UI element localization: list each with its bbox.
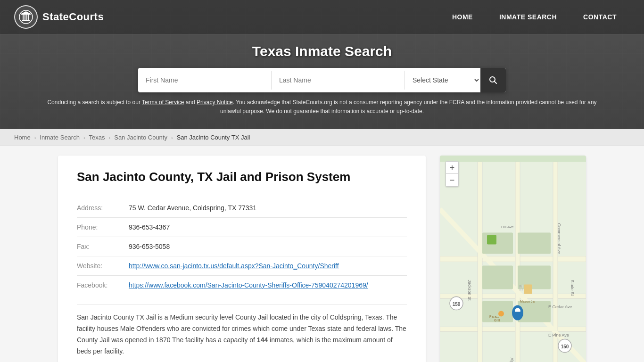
svg-rect-12: [440, 294, 586, 299]
hero-title: Texas Inmate Search: [252, 43, 392, 59]
zoom-in-button[interactable]: +: [446, 162, 458, 174]
breadcrumb-current: San Jacinto County TX Jail: [177, 134, 250, 141]
svg-text:E Cedar Ave: E Cedar Ave: [548, 304, 572, 309]
svg-line-9: [495, 82, 497, 84]
svg-text:Para...: Para...: [489, 315, 499, 318]
table-row: Address: 75 W. Cedar Avenue, Coldspring,…: [77, 198, 407, 218]
svg-rect-13: [440, 327, 586, 332]
value-phone: 936-653-4367: [129, 218, 407, 237]
table-row: Website: http://www.co.san-jacinto.tx.us…: [77, 256, 407, 276]
search-bar: Select StateAlabamaAlaskaArizonaArkansas…: [138, 68, 506, 92]
breadcrumb-sep-1: ›: [34, 135, 36, 140]
logo-icon: [14, 5, 38, 29]
breadcrumb-sep-4: ›: [171, 135, 173, 140]
svg-rect-5: [26, 15, 27, 20]
first-name-input[interactable]: [138, 70, 271, 90]
map-svg: 150 150 Commercial Ave E Cedar Ave E Pin…: [440, 156, 586, 362]
content-left: San Jacinto County, TX Jail and Prison S…: [58, 156, 426, 362]
breadcrumb-texas[interactable]: Texas: [89, 134, 105, 141]
value-facebook: https://www.facebook.com/San-Jacinto-Cou…: [129, 276, 407, 295]
svg-text:150: 150: [561, 344, 569, 349]
terms-link[interactable]: Terms of Service: [142, 99, 184, 106]
svg-rect-18: [482, 233, 513, 254]
nav-contact[interactable]: CONTACT: [570, 1, 630, 33]
svg-rect-1: [22, 20, 30, 21]
privacy-link[interactable]: Privacy Notice: [197, 99, 233, 106]
search-button[interactable]: [480, 68, 506, 92]
nav-links: HOME INMATE SEARCH CONTACT: [439, 1, 630, 33]
svg-rect-4: [25, 15, 25, 20]
site-name: StateCourts: [42, 11, 104, 23]
svg-rect-20: [482, 266, 513, 289]
last-name-input[interactable]: [272, 70, 405, 90]
nav-bar: StateCourts HOME INMATE SEARCH CONTACT: [0, 0, 644, 34]
map-inner: 150 150 Commercial Ave E Cedar Ave E Pin…: [440, 156, 586, 362]
table-row: Facebook: https://www.facebook.com/San-J…: [77, 276, 407, 295]
breadcrumb-inmate-search[interactable]: Inmate Search: [40, 134, 80, 141]
svg-rect-14: [478, 162, 482, 362]
table-row: Phone: 936-653-4367: [77, 218, 407, 237]
value-website: http://www.co.san-jacinto.tx.us/default.…: [129, 256, 407, 276]
website-link[interactable]: http://www.co.san-jacinto.tx.us/default.…: [129, 262, 339, 270]
breadcrumb: Home › Inmate Search › Texas › San Jacin…: [0, 129, 644, 146]
nav-inmate-search[interactable]: INMATE SEARCH: [486, 1, 570, 33]
capacity-highlight: 144: [257, 336, 268, 344]
hero-section: Texas Inmate Search Select StateAlabamaA…: [0, 34, 644, 129]
disclaimer: Conducting a search is subject to our Te…: [9, 92, 635, 124]
search-icon: [489, 76, 497, 84]
svg-text:Grill: Grill: [494, 319, 500, 322]
page-title: San Jacinto County, TX Jail and Prison S…: [77, 170, 407, 184]
svg-text:🍴: 🍴: [518, 284, 525, 291]
value-fax: 936-653-5058: [129, 237, 407, 256]
svg-rect-3: [23, 15, 24, 20]
svg-rect-6: [28, 15, 29, 20]
map-container: 150 150 Commercial Ave E Cedar Ave E Pin…: [440, 156, 586, 362]
logo-svg: [19, 10, 33, 24]
label-address: Address:: [77, 198, 129, 218]
description: San Jacinto County TX Jail is a Medium s…: [77, 304, 407, 357]
svg-rect-2: [21, 14, 31, 15]
site-logo[interactable]: StateCourts: [14, 5, 104, 29]
map-zoom-controls: + −: [446, 161, 459, 187]
svg-text:Slade St: Slade St: [570, 280, 575, 296]
label-facebook: Facebook:: [77, 276, 129, 295]
svg-text:Commercial Ave: Commercial Ave: [557, 223, 561, 254]
svg-text:E Pine Ave: E Pine Ave: [548, 333, 569, 337]
facebook-link[interactable]: https://www.facebook.com/San-Jacinto-Cou…: [129, 281, 368, 289]
main-content: San Jacinto County, TX Jail and Prison S…: [44, 146, 600, 362]
svg-rect-24: [487, 235, 496, 245]
svg-text:Alpine St: Alpine St: [510, 358, 514, 362]
svg-rect-19: [518, 233, 551, 254]
zoom-out-button[interactable]: −: [446, 174, 458, 186]
breadcrumb-sep-3: ›: [109, 135, 111, 140]
label-phone: Phone:: [77, 218, 129, 237]
state-select[interactable]: Select StateAlabamaAlaskaArizonaArkansas…: [405, 69, 480, 91]
info-table: Address: 75 W. Cedar Avenue, Coldspring,…: [77, 198, 407, 295]
svg-rect-15: [515, 162, 520, 362]
nav-home[interactable]: HOME: [439, 1, 486, 33]
label-fax: Fax:: [77, 237, 129, 256]
svg-point-39: [498, 311, 504, 317]
table-row: Fax: 936-653-5058: [77, 237, 407, 256]
svg-rect-11: [440, 256, 586, 262]
value-address: 75 W. Cedar Avenue, Coldspring, TX 77331: [129, 198, 407, 218]
breadcrumb-sep-2: ›: [83, 135, 85, 140]
svg-text:Hill Ave: Hill Ave: [501, 225, 514, 229]
label-website: Website:: [77, 256, 129, 276]
site-header: StateCourts HOME INMATE SEARCH CONTACT T…: [0, 0, 644, 129]
svg-text:Mason Jar: Mason Jar: [520, 300, 536, 303]
breadcrumb-san-jacinto[interactable]: San Jacinto County: [114, 134, 167, 141]
svg-text:150: 150: [453, 302, 461, 307]
breadcrumb-home[interactable]: Home: [14, 134, 31, 141]
svg-rect-34: [524, 285, 532, 294]
svg-text:Jackson St: Jackson St: [467, 280, 472, 301]
